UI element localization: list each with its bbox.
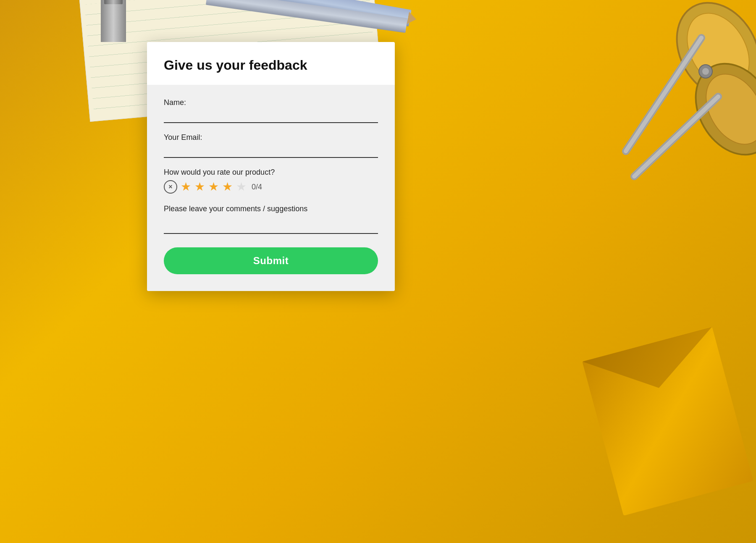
comments-label: Please leave your comments / suggestions xyxy=(164,204,378,214)
rating-field-group: How would you rate our product? × ★ ★ ★ … xyxy=(164,168,378,194)
star-4[interactable]: ★ xyxy=(222,181,233,193)
star-3[interactable]: ★ xyxy=(208,181,219,193)
email-input[interactable] xyxy=(164,144,378,158)
email-field-group: Your Email: xyxy=(164,133,378,158)
comments-input[interactable] xyxy=(164,220,378,234)
reset-icon: × xyxy=(168,183,172,191)
rating-row: × ★ ★ ★ ★ ★ 0/4 xyxy=(164,180,378,194)
scissors-decoration xyxy=(592,0,756,193)
name-input[interactable] xyxy=(164,110,378,123)
rating-reset-button[interactable]: × xyxy=(164,180,177,194)
svg-point-5 xyxy=(702,68,709,75)
envelope-decoration xyxy=(582,327,753,516)
star-1[interactable]: ★ xyxy=(181,181,191,193)
submit-button[interactable]: Submit xyxy=(164,247,378,274)
name-label: Name: xyxy=(164,98,378,107)
feedback-form-card: Give us your feedback Name: Your Email: … xyxy=(147,42,395,291)
email-label: Your Email: xyxy=(164,133,378,142)
star-2[interactable]: ★ xyxy=(194,181,205,193)
name-field-group: Name: xyxy=(164,98,378,123)
star-5[interactable]: ★ xyxy=(236,181,247,193)
clip-decoration xyxy=(101,0,126,42)
form-header: Give us your feedback xyxy=(147,42,395,85)
form-title: Give us your feedback xyxy=(164,57,378,73)
rating-count: 0/4 xyxy=(252,183,262,191)
form-body: Name: Your Email: How would you rate our… xyxy=(147,85,395,291)
comments-field-group: Please leave your comments / suggestions xyxy=(164,204,378,233)
rating-question: How would you rate our product? xyxy=(164,168,378,177)
